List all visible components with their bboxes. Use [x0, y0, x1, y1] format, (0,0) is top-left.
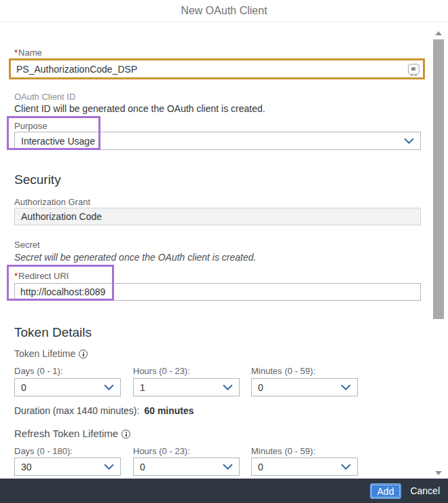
tl-hours-select[interactable]: 1	[133, 378, 240, 396]
tl-hours-label: Hours (0 - 23):	[133, 366, 190, 376]
token-lifetime-label: Token Lifetime	[14, 348, 88, 359]
token-details-heading: Token Details	[14, 325, 92, 340]
scrollbar-thumb[interactable]	[433, 39, 444, 319]
name-label: *Name	[14, 48, 42, 58]
security-heading: Security	[14, 172, 61, 187]
tl-days-label: Days (0 - 1):	[14, 366, 63, 376]
client-id-label: OAuth Client ID	[14, 92, 75, 102]
required-marker: *	[14, 271, 18, 281]
duration-value: 60 minutes	[144, 405, 193, 416]
cancel-button[interactable]: Cancel	[410, 483, 440, 499]
tl-minutes-label: Minutes (0 - 59):	[251, 366, 316, 376]
refresh-token-lifetime-label: Refresh Token Lifetime	[14, 428, 130, 439]
redirect-uri-input[interactable]	[14, 283, 421, 301]
purpose-select[interactable]: Interactive Usage	[14, 132, 421, 150]
text-assist-icon[interactable]	[408, 64, 419, 75]
chevron-down-icon	[223, 464, 233, 470]
rt-minutes-select[interactable]: 0	[251, 458, 358, 476]
client-id-note: Client ID will be generated once the OAu…	[14, 103, 265, 114]
new-oauth-client-dialog: New OAuth Client *Name OAuth Client ID C…	[0, 0, 448, 503]
tl-minutes-select[interactable]: 0	[251, 378, 358, 396]
add-button[interactable]: Add	[370, 483, 401, 499]
info-icon[interactable]	[79, 350, 88, 358]
auth-grant-field: Authorization Code	[14, 208, 421, 225]
required-marker: *	[14, 48, 18, 58]
info-icon[interactable]	[122, 430, 130, 439]
dialog-title: New OAuth Client	[0, 0, 448, 22]
chevron-down-icon	[104, 384, 114, 390]
duration-row: Duration (max 1440 minutes):60 minutes	[14, 405, 194, 417]
chevron-down-icon	[341, 384, 351, 390]
chevron-down-icon	[404, 138, 414, 144]
rt-hours-select[interactable]: 0	[133, 458, 240, 476]
tl-days-select[interactable]: 0	[14, 378, 121, 396]
purpose-value: Interactive Usage	[21, 136, 95, 147]
rt-minutes-label: Minutes (0 - 59):	[251, 446, 316, 456]
name-input[interactable]	[11, 60, 408, 77]
annotation-highlight-name	[9, 58, 425, 79]
redirect-uri-label: *Redirect URI	[14, 271, 69, 281]
scroll-down-icon[interactable]	[435, 471, 442, 475]
chevron-down-icon	[341, 464, 351, 470]
dialog-footer: Add Cancel	[0, 479, 448, 503]
duration-label: Duration (max 1440 minutes):	[14, 405, 139, 416]
secret-label: Secret	[14, 240, 40, 250]
secret-note: Secret will be generated once the OAuth …	[14, 252, 256, 263]
scrollbar[interactable]	[433, 23, 444, 479]
scroll-up-icon[interactable]	[435, 31, 442, 35]
rt-hours-label: Hours (0 - 23):	[133, 446, 190, 456]
auth-grant-label: Authorization Grant	[14, 197, 90, 207]
purpose-label: Purpose	[14, 121, 47, 131]
chevron-down-icon	[223, 384, 233, 390]
rt-days-select[interactable]: 30	[14, 458, 121, 476]
chevron-down-icon	[104, 464, 114, 470]
rt-days-label: Days (0 - 180):	[14, 446, 73, 456]
